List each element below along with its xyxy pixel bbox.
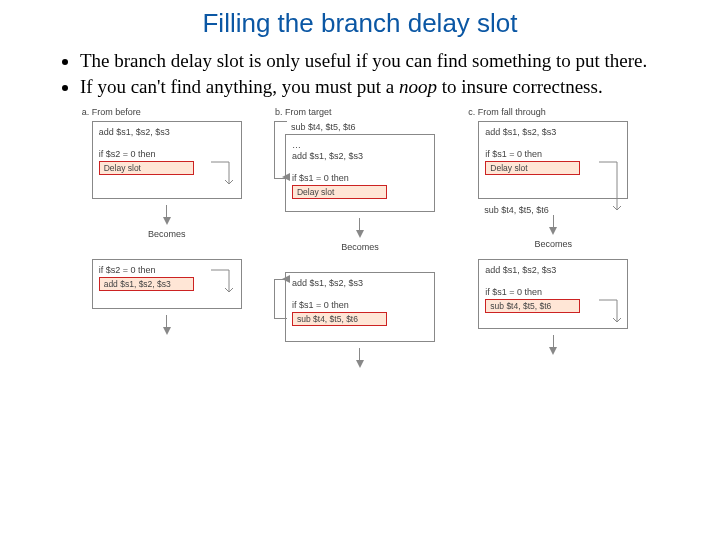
arrow-down [553,335,554,347]
code-box-top: … add $s1, $s2, $s3 if $s1 = 0 then Dela… [285,134,435,212]
code-line [485,138,621,148]
column-c: c. From fall through add $s1, $s2, $s3 i… [468,107,638,368]
code-line [99,138,235,148]
code-line: if $s1 = 0 then [292,173,428,183]
bullet-list: The branch delay slot is only useful if … [40,49,700,99]
noop-word: noop [399,76,437,97]
delay-slot-filled: add $s1, $s2, $s3 [99,277,194,291]
bullet-item: The branch delay slot is only useful if … [80,49,680,73]
arrow-down-head [549,347,557,355]
delay-slot-filled: sub $t4, $t5, $t6 [292,312,387,326]
arrow-down [166,205,167,217]
delay-slot: Delay slot [485,161,580,175]
becomes-label: Becomes [148,229,186,239]
delay-slot: Delay slot [292,185,387,199]
code-line [485,276,621,286]
code-line: add $s1, $s2, $s3 [292,151,428,161]
code-line: add $s1, $s2, $s3 [485,265,621,275]
code-box-top: add $s1, $s2, $s3 if $s1 = 0 then Delay … [478,121,628,199]
diagram: a. From before add $s1, $s2, $s3 if $s2 … [80,107,640,368]
code-box-bottom: if $s2 = 0 then add $s1, $s2, $s3 [92,259,242,309]
column-head: c. From fall through [468,107,546,117]
arrow-down [359,348,360,360]
arrow-down [359,218,360,230]
code-box-top: add $s1, $s2, $s3 if $s2 = 0 then Delay … [92,121,242,199]
code-line: if $s1 = 0 then [292,300,428,310]
code-line [292,289,428,299]
becomes-label: Becomes [341,242,379,252]
code-box-bottom: add $s1, $s2, $s3 if $s1 = 0 then sub $t… [285,272,435,342]
arrow-down [553,215,554,227]
code-line: add $s1, $s2, $s3 [99,127,235,137]
arrow-down-head [356,360,364,368]
column-b: b. From target sub $t4, $t5, $t6 … add $… [275,107,445,368]
bullet-item: If you can't find anything, you must put… [80,75,680,99]
column-head: a. From before [82,107,141,117]
column-head: b. From target [275,107,332,117]
column-a: a. From before add $s1, $s2, $s3 if $s2 … [82,107,252,368]
code-box-bottom: add $s1, $s2, $s3 if $s1 = 0 then sub $t… [478,259,628,329]
page-title: Filling the branch delay slot [20,8,700,39]
code-line [292,162,428,172]
arrow-down-head [163,327,171,335]
code-line: add $s1, $s2, $s3 [485,127,621,137]
delay-slot-filled: sub $t4, $t5, $t6 [485,299,580,313]
arrow-down [166,315,167,327]
code-line: add $s1, $s2, $s3 [292,278,428,288]
code-line: … [292,140,428,150]
arrow-down-head [549,227,557,235]
code-line: sub $t4, $t5, $t6 [291,122,435,132]
arrow-down-head [163,217,171,225]
becomes-label: Becomes [535,239,573,249]
delay-slot: Delay slot [99,161,194,175]
arrow-down-head [356,230,364,238]
